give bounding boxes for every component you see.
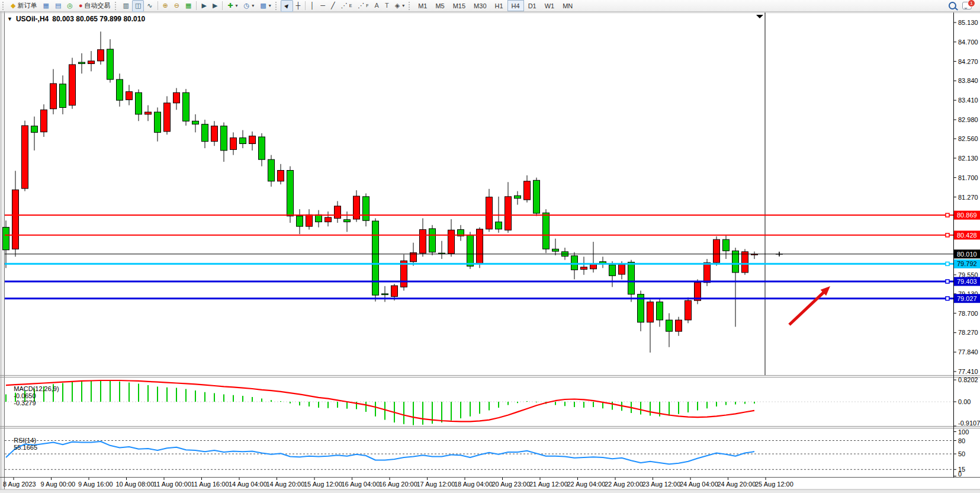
candle (335, 206, 341, 219)
line-anchor[interactable] (946, 262, 949, 265)
candle (22, 126, 28, 188)
chevron-down-icon: ▾ (252, 3, 254, 8)
candle (515, 196, 521, 199)
price-tick-label: 78.700 (958, 310, 978, 317)
macd-signal-value: -0.3279 (14, 399, 36, 406)
notification-badge: 1 (968, 0, 975, 7)
period-button[interactable]: ◷▾ (241, 0, 258, 12)
timeframe-M15[interactable]: M15 (449, 0, 470, 11)
timeframe-M30[interactable]: M30 (470, 0, 490, 11)
candle (552, 249, 559, 251)
candle (117, 79, 123, 100)
toolbar-grip[interactable] (115, 2, 118, 10)
macd-main-value: -0.0650 (14, 392, 36, 399)
candle (202, 124, 208, 142)
search-icon[interactable] (949, 2, 956, 9)
time-tick-label: 25 Aug 12:00 (755, 481, 793, 488)
svg-text:80.010: 80.010 (957, 251, 977, 258)
line-anchor[interactable] (946, 213, 949, 217)
chart-shift-button[interactable]: ▶ (210, 0, 220, 12)
candle (657, 302, 663, 321)
candle (723, 239, 730, 251)
timeframe-M1[interactable]: M1 (414, 0, 431, 11)
auto-scroll-button[interactable]: ▶ (198, 0, 209, 12)
candlestick-chart-icon: ◫ (135, 2, 141, 9)
crosshair-button[interactable]: ┼ (293, 0, 304, 12)
data-window-icon: ▤ (55, 2, 61, 9)
line-anchor[interactable] (946, 233, 949, 237)
fibo-e-button[interactable]: ⋰E (338, 0, 355, 12)
data-window-button[interactable]: ▤ (52, 0, 64, 12)
navigator-button[interactable]: ◎ (64, 0, 76, 12)
new-order-button[interactable]: ◆新订单 (8, 0, 40, 12)
time-tick-label: 14 Aug 04:00 (229, 481, 267, 488)
vertical-line-icon: │ (310, 2, 314, 9)
svg-text:79.403: 79.403 (957, 278, 977, 285)
toolbar-grip[interactable] (275, 2, 279, 10)
toolbar-grip[interactable] (409, 2, 412, 10)
bar-chart-button[interactable]: ▥ (120, 0, 132, 12)
candle (259, 137, 265, 159)
template-icon: ▩ (260, 2, 266, 9)
horizontal-line-button[interactable]: ─ (317, 0, 328, 12)
price-badge: 80.869 (954, 211, 980, 220)
zoom-in-icon: ⊕ (163, 2, 168, 9)
price-badge: 80.010 (954, 249, 980, 258)
cursor-icon: ► (282, 1, 291, 10)
line-anchor[interactable] (946, 297, 949, 300)
price-tick-label: 83.840 (958, 77, 978, 84)
toolbar-grip[interactable] (2, 2, 6, 10)
line-anchor[interactable] (946, 280, 949, 283)
rsi-value: 55.1665 (14, 444, 37, 451)
vertical-line-button[interactable]: │ (307, 0, 317, 12)
time-tick-label: 15 Aug 12:00 (304, 481, 342, 488)
candle (742, 252, 748, 273)
rsi-axis-label: 100 (958, 428, 969, 436)
chart-background (0, 12, 980, 493)
candle (50, 84, 57, 109)
chevron-down-icon: ▾ (269, 3, 271, 8)
shapes-button[interactable]: ◈▾ (392, 0, 407, 12)
text-button[interactable]: A (372, 0, 382, 12)
candle (571, 256, 578, 270)
rsi-axis-label: 80 (958, 437, 965, 444)
timeframe-M5[interactable]: M5 (431, 0, 448, 11)
timeframe-D1[interactable]: D1 (524, 0, 541, 11)
line-chart-icon: ∿ (147, 2, 152, 9)
macd-axis-label: -0.9107 (958, 420, 980, 427)
candle (268, 159, 275, 181)
time-tick-label: 10 Aug 08:00 (116, 481, 155, 488)
time-tick-label: 22 Aug 20:00 (605, 481, 643, 488)
candle (666, 320, 673, 331)
time-tick-label: 21 Aug 12:00 (529, 481, 568, 488)
candlestick-chart-button[interactable]: ◫ (132, 0, 144, 12)
timeframe-H1[interactable]: H1 (491, 0, 507, 11)
price-tick-label: 77.410 (958, 368, 978, 375)
template-button[interactable]: ▩▾ (257, 0, 274, 12)
market-watch-button[interactable]: ▦ (40, 0, 52, 12)
price-tick-label: 78.270 (958, 329, 978, 336)
timeframe-W1[interactable]: W1 (541, 0, 559, 11)
collapse-indicator-icon[interactable]: ▼ (7, 16, 12, 22)
fibo-f-button[interactable]: ⋰F (355, 0, 371, 12)
timeframe-H4[interactable]: H4 (507, 0, 524, 11)
chat-icon[interactable]: 1 (962, 2, 972, 9)
line-chart-button[interactable]: ∿ (144, 0, 155, 12)
timeframe-MN[interactable]: MN (558, 0, 577, 11)
add-indicator-button[interactable]: ✚▾ (224, 0, 240, 12)
zoom-in-button[interactable]: ⊕ (160, 0, 171, 12)
text-label-button[interactable]: T (382, 0, 392, 12)
trendline-button[interactable]: ╱ (328, 0, 338, 12)
time-tick-label: 8 Aug 2023 (3, 481, 36, 488)
candle (628, 262, 635, 294)
candle (12, 190, 19, 249)
tile-windows-button[interactable]: ▦ (182, 0, 194, 12)
zoom-out-button[interactable]: ⊖ (171, 0, 182, 12)
bar-chart-icon: ▥ (123, 2, 129, 9)
candle (581, 267, 587, 270)
cursor-button[interactable]: ► (281, 0, 293, 12)
auto-trading-button[interactable]: ●自动交易 (76, 0, 114, 12)
horizontal-line-icon: ─ (320, 2, 325, 9)
chart-canvas[interactable]: 85.13084.70084.27083.84083.41082.98082.5… (0, 0, 980, 493)
macd-name: MACD(12,26,9) (14, 385, 59, 392)
